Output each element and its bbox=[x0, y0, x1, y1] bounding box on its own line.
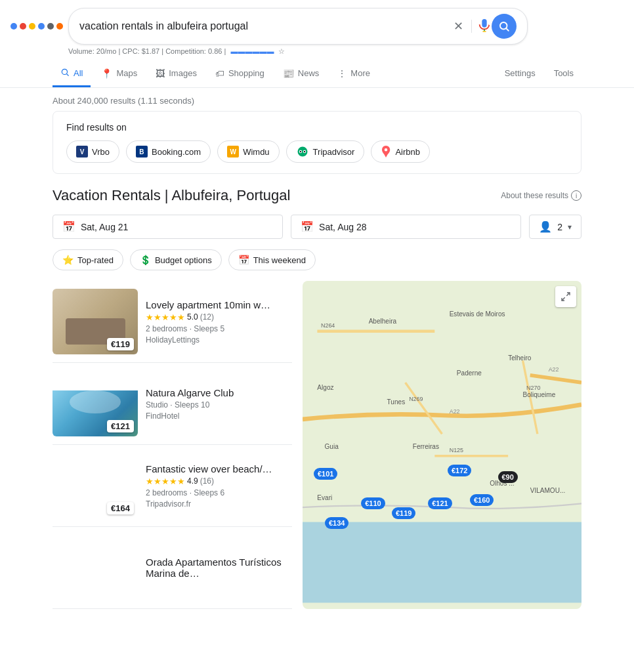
svg-line-35 bbox=[566, 293, 570, 296]
google-dots bbox=[11, 23, 63, 30]
calendar-small-icon: 📅 bbox=[238, 255, 249, 265]
svg-text:Paderne: Paderne bbox=[457, 369, 482, 377]
airbnb-icon bbox=[381, 146, 391, 157]
site-chip-booking[interactable]: B Booking.com bbox=[126, 140, 211, 163]
dot-3 bbox=[29, 23, 35, 30]
date-guest-row: 📅 Sat, Aug 21 📅 Sat, Aug 28 👤 2 ▾ bbox=[53, 215, 581, 239]
svg-point-9 bbox=[303, 151, 305, 152]
map-pin-101[interactable]: €101 bbox=[314, 468, 337, 480]
listing-2[interactable]: €121 Natura Algarve Club Studio · Sleeps… bbox=[53, 363, 292, 445]
search-meta: Volume: 20/mo | CPC: $1.87 | Competition… bbox=[68, 47, 623, 56]
listing-3[interactable]: €164 Fantastic view over beach/… ★★★★★ 4… bbox=[53, 445, 292, 527]
listing-4-info: Orada Apartamentos Turísticos Marina de… bbox=[146, 535, 292, 600]
listing-1[interactable]: €119 Lovely apartment 10min w… ★★★★★ 5.0… bbox=[53, 281, 292, 363]
listing-3-image: €164 bbox=[53, 453, 138, 518]
guest-picker[interactable]: 👤 2 ▾ bbox=[529, 215, 581, 239]
find-results-chips: V Vrbo B Booking.com W Wimdu Tri bbox=[66, 140, 568, 163]
map-pin-134[interactable]: €134 bbox=[325, 517, 349, 529]
map-pin-172[interactable]: €172 bbox=[448, 465, 471, 476]
svg-point-8 bbox=[299, 151, 301, 152]
map-pin-90[interactable]: €90 bbox=[498, 471, 518, 483]
check-out-picker[interactable]: 📅 Sat, Aug 28 bbox=[291, 215, 521, 239]
clear-button[interactable]: ✕ bbox=[451, 19, 466, 33]
dot-2 bbox=[20, 23, 26, 30]
svg-text:A22: A22 bbox=[450, 408, 460, 415]
svg-text:Evari: Evari bbox=[317, 494, 332, 501]
svg-text:Boliqueime: Boliqueime bbox=[523, 391, 556, 398]
results-list: €119 Lovely apartment 10min w… ★★★★★ 5.0… bbox=[53, 281, 292, 609]
svg-text:Abelheira: Abelheira bbox=[369, 318, 397, 325]
listing-3-info: Fantastic view over beach/… ★★★★★ 4.9 (1… bbox=[146, 453, 292, 518]
chevron-down-icon: ▾ bbox=[568, 222, 572, 232]
price-badge-2: €121 bbox=[107, 420, 134, 432]
voice-button[interactable] bbox=[477, 18, 492, 35]
dot-4 bbox=[38, 23, 45, 30]
svg-text:VILAMOU...: VILAMOU... bbox=[530, 487, 566, 494]
listing-4-image bbox=[53, 535, 138, 600]
more-icon: ⋮ bbox=[337, 68, 347, 79]
listing-1-stars: ★★★★★ 5.0 (12) bbox=[146, 312, 292, 322]
header: ✕ Volume: 20/mo | CPC: $1.87 | Competiti… bbox=[0, 0, 634, 56]
listing-1-source: HolidayLettings bbox=[146, 335, 292, 345]
listing-2-source: FindHotel bbox=[146, 411, 292, 421]
filter-budget[interactable]: 💲 Budget options bbox=[130, 249, 222, 270]
filter-chips-row: ⭐ Top-rated 💲 Budget options 📅 This week… bbox=[53, 249, 581, 270]
svg-text:Tunes: Tunes bbox=[387, 398, 406, 406]
map-area[interactable]: N264 A22 N269 N125 N270 A22 bbox=[303, 281, 581, 609]
site-chip-tripadvisor[interactable]: Tripadvisor bbox=[286, 140, 365, 163]
tab-news[interactable]: 📰 News bbox=[275, 62, 328, 87]
map-pin-121[interactable]: €121 bbox=[428, 497, 452, 509]
tripadvisor-icon bbox=[296, 145, 309, 158]
news-icon: 📰 bbox=[283, 68, 294, 79]
site-chip-wimdu[interactable]: W Wimdu bbox=[217, 140, 279, 163]
svg-text:Guia: Guia bbox=[325, 443, 339, 450]
search-input[interactable] bbox=[79, 20, 451, 32]
map-pin-160[interactable]: €160 bbox=[470, 494, 494, 506]
results-map-row: €119 Lovely apartment 10min w… ★★★★★ 5.0… bbox=[53, 281, 581, 609]
calendar-icon: 📅 bbox=[62, 220, 75, 233]
about-results[interactable]: About these results i bbox=[501, 190, 581, 201]
rentals-section: Vacation Rentals | Albufeira, Portugal A… bbox=[53, 187, 581, 609]
svg-text:Algoz: Algoz bbox=[317, 384, 333, 391]
person-icon: 👤 bbox=[539, 220, 552, 233]
map-pin-119[interactable]: €119 bbox=[392, 507, 415, 519]
calendar-icon-2: 📅 bbox=[301, 220, 314, 233]
expand-icon bbox=[560, 291, 571, 302]
dot-6 bbox=[56, 23, 63, 30]
svg-text:N264: N264 bbox=[321, 322, 335, 329]
svg-line-2 bbox=[506, 28, 508, 30]
filter-weekend[interactable]: 📅 This weekend bbox=[228, 249, 316, 270]
svg-text:N269: N269 bbox=[409, 396, 423, 402]
marina-image bbox=[53, 535, 138, 600]
shopping-icon: 🏷 bbox=[215, 68, 224, 79]
tab-more[interactable]: ⋮ More bbox=[329, 62, 378, 87]
map-pin-110[interactable]: €110 bbox=[361, 497, 385, 509]
listing-4[interactable]: Orada Apartamentos Turísticos Marina de… bbox=[53, 527, 292, 609]
tab-images[interactable]: 🖼 Images bbox=[148, 62, 205, 87]
svg-text:N125: N125 bbox=[450, 447, 463, 453]
search-divider bbox=[471, 20, 472, 33]
filter-top-rated[interactable]: ⭐ Top-rated bbox=[53, 249, 123, 270]
tab-tools[interactable]: Tools bbox=[546, 62, 581, 87]
tab-settings[interactable]: Settings bbox=[497, 62, 543, 87]
rentals-title: Vacation Rentals | Albufeira, Portugal bbox=[53, 187, 290, 204]
map-svg: N264 A22 N269 N125 N270 A22 bbox=[303, 281, 581, 609]
listing-3-source: Tripadvisor.fr bbox=[146, 499, 292, 509]
svg-text:Estevais de Moiros: Estevais de Moiros bbox=[450, 310, 505, 318]
check-in-picker[interactable]: 📅 Sat, Aug 21 bbox=[53, 215, 283, 239]
microphone-icon bbox=[477, 18, 492, 33]
map-expand-button[interactable] bbox=[555, 286, 576, 307]
find-results-title: Find results on bbox=[66, 122, 568, 133]
tab-shopping[interactable]: 🏷 Shopping bbox=[207, 62, 272, 87]
site-chip-airbnb[interactable]: Airbnb bbox=[371, 140, 430, 163]
listing-2-image: €121 bbox=[53, 371, 138, 436]
svg-line-36 bbox=[562, 297, 565, 301]
find-results-box: Find results on V Vrbo B Booking.com W W… bbox=[53, 111, 581, 174]
search-button[interactable] bbox=[492, 14, 517, 39]
listing-3-stars: ★★★★★ 4.9 (16) bbox=[146, 476, 292, 486]
site-chip-vrbo[interactable]: V Vrbo bbox=[66, 140, 119, 163]
tab-maps[interactable]: 📍 Maps bbox=[93, 62, 145, 87]
search-icon-small bbox=[60, 68, 70, 79]
tab-all[interactable]: All bbox=[53, 61, 91, 87]
bar-chart: ▬▬▬▬▬▬ bbox=[230, 47, 274, 55]
